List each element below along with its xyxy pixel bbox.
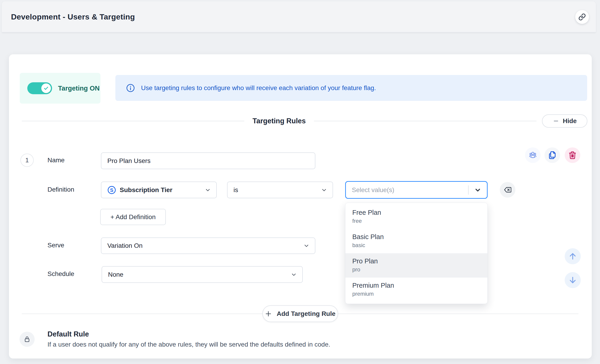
trash-icon bbox=[568, 151, 577, 160]
serve-select[interactable]: Variation On bbox=[101, 237, 315, 254]
duplicate-rule-button[interactable] bbox=[544, 147, 560, 163]
add-targeting-rule-button[interactable]: Add Targeting Rule bbox=[262, 305, 338, 322]
option-value: premium bbox=[352, 290, 488, 298]
definition-property-value: Subscription Tier bbox=[120, 186, 172, 194]
definition-property-select[interactable]: S Subscription Tier bbox=[101, 182, 217, 198]
page: Development - Users & Targeting bbox=[0, 0, 600, 364]
toggle-knob bbox=[41, 83, 51, 93]
chevron-down-icon bbox=[290, 271, 297, 278]
serve-label: Serve bbox=[47, 242, 64, 249]
values-chevron[interactable] bbox=[469, 186, 487, 194]
hide-button-label: Hide bbox=[563, 117, 577, 125]
hide-rules-button[interactable]: Hide bbox=[542, 114, 587, 128]
info-icon bbox=[126, 83, 135, 93]
targeting-toggle[interactable] bbox=[27, 82, 52, 94]
option-value: basic bbox=[352, 241, 488, 249]
info-banner-text: Use targeting rules to configure who wil… bbox=[141, 84, 376, 92]
users-icon bbox=[528, 151, 537, 160]
option-value: pro bbox=[352, 266, 488, 273]
option-label: Premium Plan bbox=[352, 281, 488, 290]
plus-icon bbox=[265, 310, 272, 318]
values-search-input[interactable] bbox=[346, 182, 468, 198]
chevron-down-icon bbox=[204, 187, 211, 193]
option-value: free bbox=[352, 217, 488, 225]
menu-option-premium-plan[interactable]: Premium Plan premium bbox=[345, 278, 488, 302]
lock-icon bbox=[23, 335, 31, 343]
string-type-icon: S bbox=[107, 186, 116, 194]
chevron-down-icon bbox=[321, 187, 328, 193]
audience-button[interactable] bbox=[525, 147, 541, 163]
option-label: Basic Plan bbox=[352, 232, 488, 241]
rule-number-badge: 1 bbox=[20, 154, 34, 167]
targeting-rules-section: Targeting Rules Hide bbox=[22, 114, 587, 128]
default-rule-title: Default Rule bbox=[47, 330, 89, 338]
divider-line-right bbox=[314, 121, 536, 121]
section-title: Targeting Rules bbox=[253, 117, 306, 125]
schedule-label: Schedule bbox=[47, 270, 74, 278]
menu-option-basic-plan[interactable]: Basic Plan basic bbox=[345, 229, 488, 253]
page-header: Development - Users & Targeting bbox=[2, 1, 596, 33]
arrow-down-icon bbox=[568, 275, 577, 285]
add-rule-row: Add Targeting Rule bbox=[22, 305, 578, 322]
targeting-toggle-box: Targeting ON bbox=[20, 73, 101, 104]
chevron-down-icon bbox=[474, 186, 482, 194]
menu-option-pro-plan[interactable]: Pro Plan pro bbox=[345, 253, 488, 278]
check-icon bbox=[43, 85, 49, 91]
values-dropdown-menu: Free Plan free Basic Plan basic Pro Plan… bbox=[345, 203, 488, 304]
definition-values-select[interactable] bbox=[345, 181, 488, 199]
svg-text:S: S bbox=[110, 187, 113, 193]
minus-icon bbox=[553, 118, 559, 124]
move-rule-up-button[interactable] bbox=[565, 248, 581, 264]
name-label: Name bbox=[47, 156, 65, 164]
add-targeting-rule-label: Add Targeting Rule bbox=[277, 310, 335, 318]
schedule-value: None bbox=[108, 271, 123, 278]
backspace-icon bbox=[503, 185, 512, 194]
serve-value: Variation On bbox=[107, 242, 143, 249]
targeting-card: Targeting ON Use targeting rules to conf… bbox=[9, 54, 592, 358]
clear-values-button[interactable] bbox=[500, 182, 515, 198]
option-label: Pro Plan bbox=[352, 256, 488, 266]
definition-comparator-value: is bbox=[234, 186, 238, 194]
option-label: Free Plan bbox=[352, 208, 488, 217]
menu-option-free-plan[interactable]: Free Plan free bbox=[345, 205, 488, 229]
definition-label: Definition bbox=[47, 186, 74, 193]
divider-line-left bbox=[22, 121, 244, 121]
move-rule-down-button[interactable] bbox=[565, 272, 581, 288]
default-rule-description: If a user does not qualify for any of th… bbox=[47, 341, 330, 348]
add-definition-button[interactable]: + Add Definition bbox=[100, 209, 166, 225]
delete-rule-button[interactable] bbox=[565, 147, 580, 163]
copy-link-button[interactable] bbox=[575, 10, 589, 24]
link-icon bbox=[578, 13, 586, 21]
definition-comparator-select[interactable]: is bbox=[227, 182, 333, 198]
rule-name-input[interactable] bbox=[101, 152, 315, 169]
info-banner: Use targeting rules to configure who wil… bbox=[115, 75, 587, 101]
arrow-up-icon bbox=[568, 252, 577, 261]
chevron-down-icon bbox=[303, 242, 310, 249]
page-title: Development - Users & Targeting bbox=[11, 12, 135, 21]
default-rule-lock-badge bbox=[19, 332, 35, 347]
copy-icon bbox=[548, 151, 557, 160]
add-definition-label: + Add Definition bbox=[111, 213, 156, 221]
targeting-toggle-label: Targeting ON bbox=[58, 85, 100, 92]
schedule-select[interactable]: None bbox=[102, 266, 303, 283]
